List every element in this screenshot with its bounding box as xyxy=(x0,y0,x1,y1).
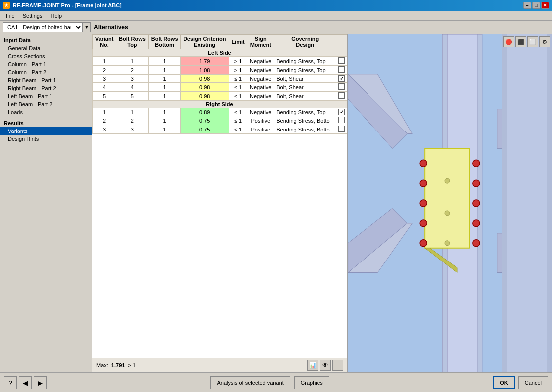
cell-variant-no: 1 xyxy=(93,57,116,66)
cell-bolt-rows-bottom: 1 xyxy=(148,75,181,83)
bottom-left-buttons: ? ◀ ▶ xyxy=(4,376,47,389)
minimize-button[interactable]: – xyxy=(523,2,531,9)
sidebar-results-label: Results xyxy=(0,119,92,127)
cell-governing: Bending Stress, Botto xyxy=(274,116,336,125)
cell-existing: 0.89 xyxy=(181,108,229,116)
cell-existing: 1.79 xyxy=(181,57,229,66)
title-bar: ★ RF-FRAME-JOINT Pro - [Frame joint ABC]… xyxy=(0,0,552,11)
chart-button[interactable]: 📊 xyxy=(307,360,318,371)
ok-button[interactable]: OK xyxy=(493,376,515,389)
graphics-toolbar: 🔴 ⬛ ⬜ ⚙ xyxy=(503,36,550,47)
variants-table: VariantNo. Bolt RowsTop Bolt RowsBottom … xyxy=(92,34,347,134)
cell-bolt-rows-bottom: 1 xyxy=(148,116,181,125)
bottom-center-buttons: Analysis of selected variant Graphics xyxy=(210,376,329,389)
svg-rect-7 xyxy=(425,148,470,248)
view-button[interactable]: 👁 xyxy=(320,360,331,371)
table-row: 1 1 1 1.79 > 1 Negative Bending Stress, … xyxy=(93,57,347,66)
sidebar-item-column-part1[interactable]: Column - Part 1 xyxy=(0,60,92,68)
max-value: 1.791 xyxy=(111,362,125,368)
cell-sign: Negative xyxy=(247,92,274,101)
sidebar-item-general-data[interactable]: General Data xyxy=(0,44,92,52)
app-icon: ★ xyxy=(3,2,10,9)
cell-checkbox[interactable] xyxy=(336,83,347,92)
cell-limit: ≤ 1 xyxy=(229,83,247,92)
cell-checkbox[interactable] xyxy=(336,125,347,134)
sidebar-item-loads[interactable]: Loads xyxy=(0,108,92,116)
cell-variant-no: 5 xyxy=(93,92,116,101)
forward-button[interactable]: ▶ xyxy=(34,376,47,389)
cancel-button[interactable]: Cancel xyxy=(518,376,548,389)
cell-checkbox[interactable] xyxy=(336,75,347,83)
filter-button[interactable]: ₁ xyxy=(332,360,343,371)
cell-variant-no: 3 xyxy=(93,75,116,83)
svg-point-10 xyxy=(420,200,427,207)
cell-bolt-rows-bottom: 1 xyxy=(148,57,181,66)
cell-bolt-rows-bottom: 1 xyxy=(148,125,181,134)
cell-bolt-rows-top: 2 xyxy=(116,116,149,125)
cell-sign: Negative xyxy=(247,57,274,66)
cell-sign: Negative xyxy=(247,66,274,75)
cell-sign: Positive xyxy=(247,116,274,125)
case-dropdown[interactable]: CA1 - Design of bolted haunche xyxy=(3,22,83,32)
cell-sign: Negative xyxy=(247,83,274,92)
sidebar-item-cross-sections[interactable]: Cross-Sections xyxy=(0,52,92,60)
sidebar-item-left-beam-part2[interactable]: Left Beam - Part 2 xyxy=(0,100,92,108)
cell-checkbox[interactable] xyxy=(336,116,347,125)
table-row: 4 4 1 0.98 ≤ 1 Negative Bolt, Shear xyxy=(93,83,347,92)
gfx-btn-4[interactable]: ⚙ xyxy=(539,36,550,47)
dropdown-arrow-icon[interactable]: ▼ xyxy=(83,22,91,32)
sidebar-input-label: Input Data xyxy=(0,36,92,44)
cell-governing: Bending Stress, Top xyxy=(274,108,336,116)
gfx-btn-3[interactable]: ⬜ xyxy=(527,36,538,47)
cell-checkbox[interactable] xyxy=(336,92,347,101)
back-button[interactable]: ◀ xyxy=(19,376,32,389)
close-button[interactable]: ✕ xyxy=(541,2,549,9)
window-controls: – □ ✕ xyxy=(523,2,549,9)
svg-point-11 xyxy=(420,220,427,227)
table-container: VariantNo. Bolt RowsTop Bolt RowsBottom … xyxy=(92,34,347,358)
sidebar-item-right-beam-part2[interactable]: Right Beam - Part 2 xyxy=(0,84,92,92)
gfx-btn-2[interactable]: ⬛ xyxy=(515,36,526,47)
bottom-right-buttons: OK Cancel xyxy=(493,376,548,389)
cell-sign: Negative xyxy=(247,108,274,116)
menu-settings[interactable]: Settings xyxy=(19,12,47,20)
menu-help[interactable]: Help xyxy=(46,12,66,20)
col-bolt-rows-top: Bolt RowsTop xyxy=(116,35,149,49)
cell-limit: ≤ 1 xyxy=(229,75,247,83)
cell-bolt-rows-top: 3 xyxy=(116,75,149,83)
cell-sign: Negative xyxy=(247,75,274,83)
sidebar-item-left-beam-part1[interactable]: Left Beam - Part 1 xyxy=(0,92,92,100)
cell-variant-no: 2 xyxy=(93,66,116,75)
svg-point-18 xyxy=(445,178,450,183)
sidebar-item-variants[interactable]: Variants xyxy=(0,127,92,135)
svg-point-19 xyxy=(445,211,450,216)
cell-governing: Bending Stress, Botto xyxy=(274,125,336,134)
svg-point-15 xyxy=(473,200,480,207)
cell-bolt-rows-bottom: 1 xyxy=(148,83,181,92)
menu-file[interactable]: File xyxy=(2,12,19,20)
cell-existing: 0.98 xyxy=(181,75,229,83)
sidebar-item-design-hints[interactable]: Design Hints xyxy=(0,135,92,143)
cell-checkbox[interactable] xyxy=(336,108,347,116)
cell-checkbox[interactable] xyxy=(336,66,347,75)
col-bolt-rows-bottom: Bolt RowsBottom xyxy=(148,35,181,49)
cell-existing: 0.75 xyxy=(181,116,229,125)
gfx-btn-1[interactable]: 🔴 xyxy=(503,36,514,47)
menu-bar: File Settings Help xyxy=(0,11,552,21)
graphics-canvas xyxy=(348,34,552,372)
maximize-button[interactable]: □ xyxy=(532,2,540,9)
cell-checkbox[interactable] xyxy=(336,57,347,66)
cell-governing: Bending Stress, Top xyxy=(274,66,336,75)
help-button[interactable]: ? xyxy=(4,376,17,389)
table-row: 2 2 1 0.75 ≤ 1 Positive Bending Stress, … xyxy=(93,116,347,125)
cell-bolt-rows-top: 4 xyxy=(116,83,149,92)
analysis-button[interactable]: Analysis of selected variant xyxy=(210,376,290,389)
cell-bolt-rows-top: 5 xyxy=(116,92,149,101)
sidebar-item-column-part2[interactable]: Column - Part 2 xyxy=(0,68,92,76)
cell-limit: ≤ 1 xyxy=(229,92,247,101)
col-sign-moment: SignMoment xyxy=(247,35,274,49)
cell-limit: ≤ 1 xyxy=(229,125,247,134)
graphics-button[interactable]: Graphics xyxy=(294,376,329,389)
max-limit: > 1 xyxy=(128,362,136,368)
sidebar-item-right-beam-part1[interactable]: Right Beam - Part 1 xyxy=(0,76,92,84)
